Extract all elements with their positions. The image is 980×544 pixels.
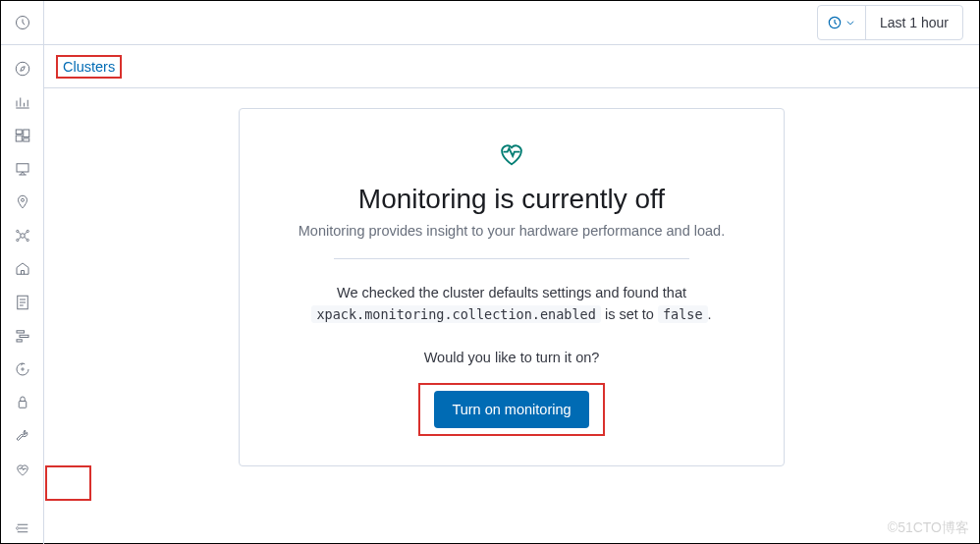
card-check-text: We checked the cluster defaults settings…: [275, 283, 748, 326]
card-title: Monitoring is currently off: [275, 184, 748, 215]
collapse-icon: [14, 519, 31, 537]
visualize-icon: [14, 93, 31, 111]
time-picker[interactable]: Last 1 hour: [817, 5, 963, 40]
svg-rect-15: [17, 331, 25, 333]
uptime-icon: [14, 360, 31, 378]
nav-logs[interactable]: [5, 287, 40, 318]
logs-icon: [14, 294, 31, 311]
nav-devtools[interactable]: [5, 420, 40, 452]
svg-rect-7: [17, 164, 28, 172]
nav-visualize[interactable]: [5, 86, 40, 118]
nav-discover[interactable]: [5, 53, 40, 84]
svg-point-2: [16, 62, 29, 76]
svg-rect-16: [20, 335, 28, 337]
button-highlight: Turn on monitoring: [418, 383, 604, 436]
svg-rect-19: [19, 402, 27, 408]
turn-on-monitoring-button[interactable]: Turn on monitoring: [434, 391, 588, 428]
svg-rect-3: [16, 130, 22, 135]
main-content: Clusters Monitoring is currently off Mon…: [44, 45, 979, 544]
dashboard-icon: [14, 127, 31, 144]
svg-rect-17: [17, 340, 22, 342]
nav-uptime[interactable]: [5, 354, 40, 385]
svg-rect-5: [16, 136, 22, 141]
devtools-icon: [14, 427, 31, 445]
sidebar-nav: [1, 45, 44, 544]
compass-icon: [14, 60, 31, 78]
svg-rect-6: [23, 138, 28, 141]
breadcrumb-row: Clusters: [44, 45, 979, 88]
nav-collapse[interactable]: [5, 513, 40, 544]
card-question: Would you like to turn it on?: [275, 350, 748, 365]
monitoring-off-card: Monitoring is currently off Monitoring p…: [239, 108, 785, 466]
nav-siem[interactable]: [5, 387, 40, 418]
heartbeat-icon: [275, 136, 748, 170]
set-to-text: is set to: [601, 306, 658, 322]
setting-value-code: false: [658, 305, 708, 323]
period: .: [708, 306, 712, 322]
nav-infrastructure[interactable]: [5, 253, 40, 285]
nav-dashboard[interactable]: [5, 120, 40, 151]
monitoring-icon: [14, 461, 31, 478]
breadcrumb-clusters[interactable]: Clusters: [56, 55, 122, 79]
card-subtitle: Monitoring provides insight to your hard…: [275, 223, 748, 239]
clock-icon: [15, 15, 30, 30]
nav-ml[interactable]: [5, 220, 40, 251]
infra-icon: [14, 260, 31, 278]
nav-monitoring[interactable]: [5, 454, 40, 485]
siem-icon: [14, 394, 31, 411]
svg-point-8: [21, 198, 24, 201]
chevron-down-icon: [845, 18, 855, 27]
svg-point-18: [21, 368, 23, 370]
nav-maps[interactable]: [5, 187, 40, 218]
ml-icon: [14, 227, 31, 245]
time-picker-quick-select[interactable]: [818, 6, 866, 39]
topbar: Last 1 hour: [1, 1, 979, 45]
nav-apm[interactable]: [5, 320, 40, 352]
recently-viewed-button[interactable]: [1, 1, 44, 44]
svg-rect-4: [23, 130, 28, 137]
canvas-icon: [14, 160, 31, 178]
apm-icon: [14, 327, 31, 345]
clock-icon: [828, 16, 842, 29]
maps-icon: [14, 193, 31, 211]
svg-point-9: [20, 234, 25, 239]
divider: [334, 258, 689, 259]
nav-canvas[interactable]: [5, 153, 40, 185]
check-prefix: We checked the cluster defaults settings…: [337, 285, 686, 300]
time-picker-label[interactable]: Last 1 hour: [866, 6, 962, 39]
setting-key-code: xpack.monitoring.collection.enabled: [311, 305, 600, 323]
